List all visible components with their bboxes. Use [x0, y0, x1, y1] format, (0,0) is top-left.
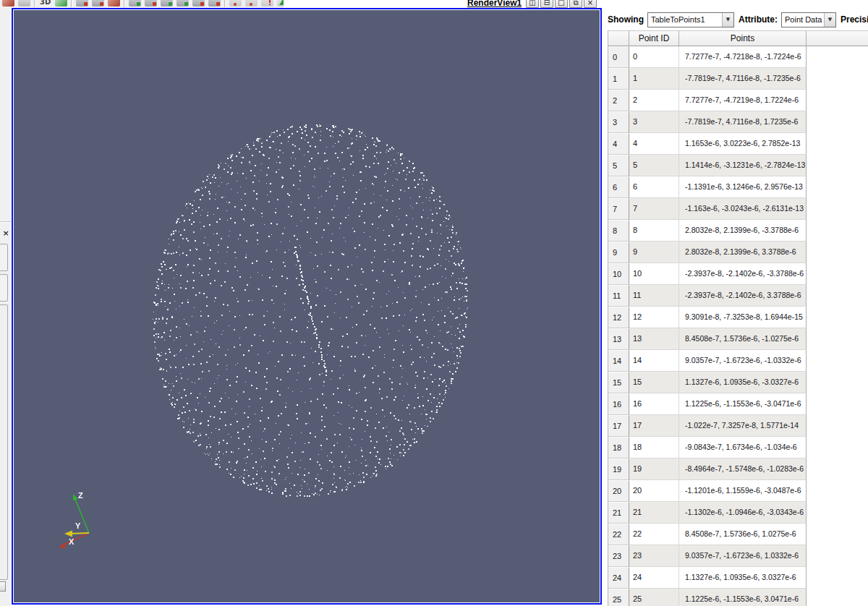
- points-cell[interactable]: 1.1327e-6, 1.0935e-6, 3.0327e-6: [679, 567, 807, 589]
- row-index-cell[interactable]: 25: [608, 589, 629, 606]
- point-id-cell[interactable]: 9: [629, 242, 679, 263]
- row-index-cell[interactable]: 8: [608, 220, 629, 242]
- points-cell[interactable]: -1.1391e-6, 3.1246e-6, 2.9576e-13: [679, 176, 807, 198]
- point-id-cell[interactable]: 1: [629, 68, 679, 90]
- row-index-cell[interactable]: 13: [608, 328, 629, 350]
- row-index-cell[interactable]: 9: [608, 242, 629, 263]
- points-cell[interactable]: -1.1201e-6, 1.1559e-6, -3.0487e-6: [679, 480, 807, 502]
- hover-cells-icon[interactable]: [192, 0, 205, 7]
- points-cell[interactable]: 1.1327e-6, 1.0935e-6, -3.0327e-6: [679, 372, 807, 393]
- points-cell[interactable]: 9.0357e-7, -1.6723e-6, -1.0332e-6: [679, 350, 807, 372]
- points-cell[interactable]: -2.3937e-8, -2.1402e-6, -3.3788e-6: [679, 263, 807, 285]
- row-index-cell[interactable]: 6: [608, 176, 629, 198]
- row-index-cell[interactable]: 15: [608, 372, 629, 393]
- points-cell[interactable]: 7.7277e-7, -4.7219e-8, 1.7224e-6: [679, 90, 807, 111]
- points-cell[interactable]: 8.4508e-7, 1.5736e-6, -1.0275e-6: [679, 328, 807, 350]
- hover-points-icon[interactable]: [208, 0, 221, 7]
- row-index-cell[interactable]: 1: [608, 68, 629, 90]
- points-cell[interactable]: -7.7819e-7, 4.7116e-8, -1.7235e-6: [679, 68, 807, 90]
- point-id-cell[interactable]: 4: [629, 133, 679, 155]
- left-panel-button-2[interactable]: [0, 274, 8, 302]
- point-id-cell[interactable]: 21: [629, 502, 679, 524]
- point-id-cell[interactable]: 2: [629, 90, 679, 111]
- reset-center-icon[interactable]: [261, 0, 273, 7]
- row-index-cell[interactable]: 17: [608, 415, 629, 437]
- row-index-cell[interactable]: 5: [608, 155, 629, 176]
- row-index-cell[interactable]: 7: [608, 198, 629, 220]
- point-id-cell[interactable]: 13: [629, 328, 679, 350]
- row-index-cell[interactable]: 14: [608, 350, 629, 372]
- pick-center-icon[interactable]: [245, 0, 258, 7]
- attribute-combobox[interactable]: Point Data ▼: [781, 12, 836, 27]
- row-index-cell[interactable]: 20: [608, 480, 629, 502]
- interaction-mode-3d-icon[interactable]: 3D: [39, 0, 51, 7]
- point-id-cell[interactable]: 6: [629, 176, 679, 198]
- point-id-cell[interactable]: 19: [629, 458, 679, 480]
- point-id-cell[interactable]: 3: [629, 111, 679, 133]
- left-panel-button-3[interactable]: [0, 581, 6, 592]
- select-camera-icon[interactable]: [229, 0, 242, 7]
- show-center-axes-icon[interactable]: [277, 0, 284, 7]
- points-cell[interactable]: 1.1225e-6, -1.1553e-6, 3.0471e-6: [679, 589, 807, 606]
- view-title[interactable]: RenderView1: [467, 0, 522, 7]
- point-id-cell[interactable]: 16: [629, 393, 679, 415]
- row-index-cell[interactable]: 2: [608, 90, 629, 111]
- point-id-cell[interactable]: 12: [629, 307, 679, 328]
- point-id-cell[interactable]: 25: [629, 589, 679, 606]
- column-header-points[interactable]: Points: [679, 31, 807, 46]
- row-index-cell[interactable]: 19: [608, 458, 629, 480]
- column-header-point-id[interactable]: Point ID: [629, 31, 679, 46]
- point-id-cell[interactable]: 17: [629, 415, 679, 437]
- interactive-select-points-icon[interactable]: [176, 0, 189, 7]
- points-cell[interactable]: 7.7277e-7, -4.7218e-8, -1.7224e-6: [679, 46, 807, 68]
- point-id-cell[interactable]: 7: [629, 198, 679, 220]
- point-id-cell[interactable]: 23: [629, 545, 679, 567]
- row-index-cell[interactable]: 12: [608, 307, 629, 328]
- points-cell[interactable]: 9.0357e-7, -1.6723e-6, 1.0332e-6: [679, 545, 807, 567]
- table-corner-header[interactable]: [608, 31, 629, 46]
- points-cell[interactable]: -1.163e-6, -3.0243e-6, -2.6131e-13: [679, 198, 807, 220]
- capture-screenshot-icon[interactable]: [55, 0, 67, 7]
- panel-close-button[interactable]: ×: [1, 229, 10, 238]
- row-index-cell[interactable]: 10: [608, 263, 629, 285]
- select-points-on-icon[interactable]: [92, 0, 104, 7]
- points-cell[interactable]: -9.0843e-7, 1.6734e-6, -1.034e-6: [679, 437, 807, 458]
- row-index-cell[interactable]: 21: [608, 502, 629, 524]
- point-id-cell[interactable]: 24: [629, 567, 679, 589]
- close-view-button[interactable]: ×: [584, 0, 597, 8]
- reset-camera-icon[interactable]: [2, 0, 14, 7]
- points-cell[interactable]: 1.1414e-6, -3.1231e-6, -2.7824e-13: [679, 155, 807, 176]
- select-cells-on-icon[interactable]: [76, 0, 88, 7]
- row-index-cell[interactable]: 18: [608, 437, 629, 458]
- select-frustum-points-icon[interactable]: [129, 0, 141, 7]
- point-id-cell[interactable]: 8: [629, 220, 679, 242]
- maximize-view-button[interactable]: □: [555, 0, 568, 8]
- points-cell[interactable]: 9.3091e-8, -7.3253e-8, 1.6944e-15: [679, 307, 807, 328]
- points-cell[interactable]: -1.022e-7, 7.3257e-8, 1.5771e-14: [679, 415, 807, 437]
- point-id-cell[interactable]: 14: [629, 350, 679, 372]
- row-index-cell[interactable]: 23: [608, 545, 629, 567]
- points-cell[interactable]: -1.1302e-6, -1.0946e-6, -3.0343e-6: [679, 502, 807, 524]
- split-view-horizontal-button[interactable]: ◫: [526, 0, 539, 8]
- row-index-cell[interactable]: 24: [608, 567, 629, 589]
- point-id-cell[interactable]: 5: [629, 155, 679, 176]
- select-block-icon[interactable]: [145, 0, 157, 7]
- render-view[interactable]: X Y Z: [14, 10, 600, 602]
- split-view-vertical-button[interactable]: ⊟: [540, 0, 553, 8]
- points-cell[interactable]: -7.7819e-7, 4.7116e-8, 1.7235e-6: [679, 111, 807, 133]
- point-id-cell[interactable]: 11: [629, 285, 679, 307]
- point-id-cell[interactable]: 20: [629, 480, 679, 502]
- row-index-cell[interactable]: 16: [608, 393, 629, 415]
- point-id-cell[interactable]: 10: [629, 263, 679, 285]
- row-index-cell[interactable]: 3: [608, 111, 629, 133]
- row-index-cell[interactable]: 4: [608, 133, 629, 155]
- left-panel-widget[interactable]: [0, 304, 8, 580]
- showing-combobox[interactable]: TableToPoints1 ▼: [647, 12, 734, 27]
- detach-view-button[interactable]: ⧉: [569, 0, 582, 8]
- interactive-select-cells-icon[interactable]: [161, 0, 173, 7]
- left-panel-button-1[interactable]: [0, 244, 8, 271]
- points-cell[interactable]: 1.1225e-6, -1.1553e-6, -3.0471e-6: [679, 393, 807, 415]
- chevron-down-icon[interactable]: ▼: [824, 13, 835, 27]
- points-cell[interactable]: 8.4508e-7, 1.5736e-6, 1.0275e-6: [679, 524, 807, 545]
- points-cell[interactable]: -2.3937e-8, -2.1402e-6, 3.3788e-6: [679, 285, 807, 307]
